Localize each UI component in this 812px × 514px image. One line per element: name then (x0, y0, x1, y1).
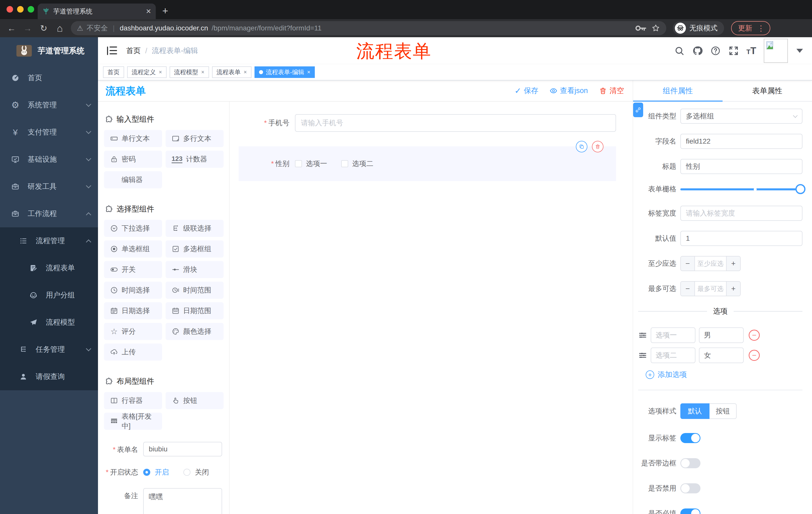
sidebar-item-process-model[interactable]: 流程模型 (0, 309, 98, 336)
sidebar-item-process-mgmt[interactable]: 流程管理 (0, 227, 98, 254)
sidebar-item-system[interactable]: ⚙ 系统管理 (0, 91, 98, 119)
component-tile-editor[interactable]: 编辑器 (104, 171, 162, 188)
sidebar-item-task-mgmt[interactable]: 任务管理 (0, 336, 98, 363)
bookmark-star-icon[interactable] (651, 24, 660, 33)
radio-on-label[interactable]: 开启 (155, 467, 169, 477)
view-json-button[interactable]: 查看json (549, 86, 588, 96)
component-tile-rate[interactable]: ☆ 评分 (104, 323, 162, 340)
checkbox-box[interactable] (295, 160, 302, 167)
duplicate-component-button[interactable] (576, 141, 587, 153)
github-icon[interactable] (692, 46, 703, 56)
minimize-window-button[interactable] (17, 6, 24, 12)
sidebar-logo[interactable]: 芋道管理系统 (0, 37, 98, 64)
tab-component-props[interactable]: 组件属性 (633, 80, 723, 101)
forward-icon[interactable]: → (21, 21, 35, 35)
route-tab-process-form[interactable]: 流程表单 × (212, 66, 252, 78)
label-width-input[interactable] (680, 206, 803, 221)
component-tile-row-container[interactable]: 行容器 (104, 392, 162, 409)
phone-input[interactable] (295, 114, 616, 132)
drag-handle-icon[interactable] (638, 351, 647, 360)
checkbox-option-2[interactable]: 选项二 (341, 159, 373, 168)
option-label-input[interactable] (651, 327, 695, 343)
style-button-button[interactable]: 按钮 (709, 403, 736, 419)
show-label-toggle-on[interactable] (680, 433, 700, 443)
component-tile-time-picker[interactable]: 时间选择 (104, 282, 162, 299)
sidebar-item-payment[interactable]: ¥ 支付管理 (0, 119, 98, 146)
drag-handle-icon[interactable] (638, 331, 647, 340)
component-tile-date-picker[interactable]: 日期选择 (104, 302, 162, 319)
remove-option-button[interactable]: − (749, 350, 760, 361)
component-tile-password[interactable]: 密码 (104, 151, 162, 168)
title-input[interactable] (680, 159, 803, 174)
radio-off-label[interactable]: 关闭 (195, 467, 209, 477)
font-size-icon[interactable]: TT (747, 46, 756, 56)
slider-track[interactable] (680, 188, 800, 190)
option-value-input[interactable] (699, 327, 744, 343)
radio-on[interactable] (143, 469, 150, 476)
component-tile-single-text[interactable]: 单行文本 (104, 130, 162, 147)
route-tab-process-def[interactable]: 流程定义 × (127, 66, 167, 78)
component-tile-multi-text[interactable]: 多行文本 (166, 130, 224, 147)
stepper-plus-button[interactable]: + (726, 256, 740, 271)
component-tile-color-picker[interactable]: 颜色选择 (166, 323, 224, 340)
password-key-icon[interactable] (634, 21, 648, 35)
option-label-input[interactable] (651, 348, 695, 363)
component-tile-button[interactable]: 按钮 (166, 392, 224, 409)
component-tile-select[interactable]: 下拉选择 (104, 220, 162, 237)
browser-menu-dots-icon[interactable]: ⋮ (757, 24, 765, 33)
checkbox-option-1[interactable]: 选项一 (295, 159, 327, 168)
home-icon[interactable]: ⌂ (53, 21, 67, 35)
slider-handle[interactable] (795, 184, 806, 194)
tab-close-icon[interactable]: ✕ (146, 7, 151, 15)
sidebar-item-devtools[interactable]: 研发工具 (0, 173, 98, 200)
stepper-plus-button[interactable]: + (726, 282, 740, 296)
component-tile-date-range[interactable]: 日期范围 (166, 302, 224, 319)
canvas-field-gender-selected[interactable]: *性别 选项一 选项二 (239, 146, 616, 181)
route-tab-form-edit-active[interactable]: 流程表单-编辑 × (255, 66, 315, 78)
add-option-button[interactable]: + 添加选项 (646, 370, 803, 380)
fullscreen-icon[interactable] (728, 46, 739, 56)
stepper-placeholder[interactable]: 最多可选 (695, 282, 726, 296)
sidebar-item-user-group[interactable]: 用户分组 (0, 282, 98, 309)
radio-off[interactable] (183, 469, 191, 476)
required-toggle-on[interactable] (680, 509, 700, 514)
remove-option-button[interactable]: − (749, 330, 760, 341)
route-tab-close-icon[interactable]: × (159, 69, 162, 76)
link-badge[interactable] (633, 103, 643, 117)
disabled-toggle-off[interactable] (680, 483, 700, 493)
tab-form-props[interactable]: 表单属性 (723, 80, 812, 101)
style-default-button[interactable]: 默认 (680, 403, 709, 419)
border-toggle-off[interactable] (680, 458, 700, 468)
sidebar-collapse-icon[interactable] (107, 47, 117, 55)
component-tile-switch[interactable]: 开关 (104, 261, 162, 278)
window-controls[interactable] (6, 6, 34, 12)
component-tile-time-range[interactable]: 时间范围 (166, 282, 224, 299)
component-tile-counter[interactable]: 123 计数器 (166, 151, 224, 168)
save-button[interactable]: ✓ 保存 (515, 86, 539, 96)
breadcrumb-home[interactable]: 首页 (126, 46, 141, 56)
search-icon[interactable] (674, 46, 685, 56)
route-tab-close-icon[interactable]: × (201, 69, 204, 76)
form-remark-textarea[interactable]: 嘿嘿 (143, 488, 222, 514)
avatar-dropdown-caret-icon[interactable] (796, 49, 803, 53)
back-icon[interactable]: ← (4, 21, 19, 35)
delete-component-button[interactable] (592, 141, 604, 153)
option-value-input[interactable] (699, 348, 744, 363)
component-tile-upload[interactable]: 上传 (104, 344, 162, 360)
form-grid-slider[interactable] (680, 184, 803, 194)
canvas-field-phone[interactable]: *手机号 (239, 114, 616, 132)
component-type-select[interactable]: 多选框组 (680, 109, 803, 124)
new-tab-button[interactable]: + (162, 5, 168, 17)
sidebar-item-process-form[interactable]: 流程表单 (0, 254, 98, 282)
route-tab-process-model[interactable]: 流程模型 × (170, 66, 209, 78)
component-tile-radio-group[interactable]: 单选框组 (104, 240, 162, 258)
component-tile-cascader[interactable]: 级联选择 (166, 220, 224, 237)
address-bar[interactable]: ⚠ 不安全 | dashboard.yudao.iocoder.cn/bpm/m… (71, 21, 666, 35)
avatar[interactable] (764, 39, 788, 63)
sidebar-item-infra[interactable]: 基础设施 (0, 146, 98, 173)
stepper-minus-button[interactable]: − (681, 256, 695, 271)
stepper-placeholder[interactable]: 至少应选 (695, 256, 726, 271)
stepper-minus-button[interactable]: − (681, 282, 695, 296)
clear-button[interactable]: 清空 (599, 86, 624, 96)
reload-icon[interactable]: ↻ (37, 21, 51, 35)
